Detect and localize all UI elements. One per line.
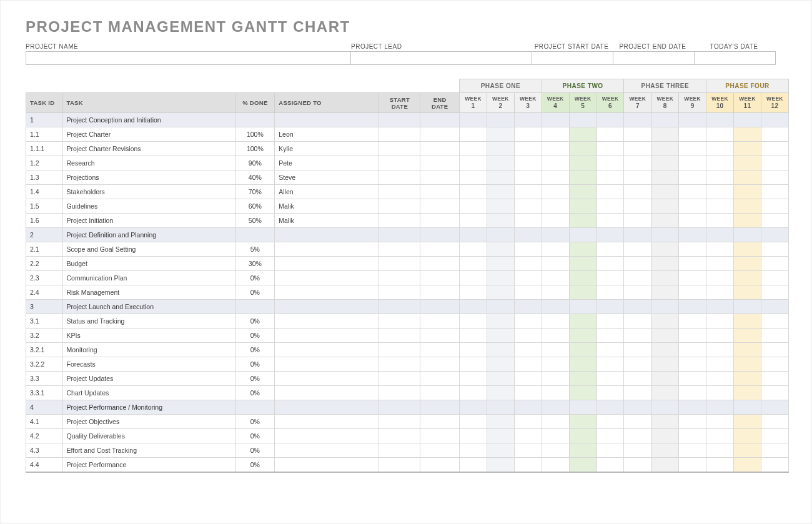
cell-week-8[interactable] [651,185,679,199]
cell-task-id[interactable]: 1.6 [26,214,63,228]
cell-week-6[interactable] [597,156,624,171]
cell-week-7[interactable] [624,329,651,343]
cell-pct-done[interactable]: 100% [235,127,275,142]
cell-week-12[interactable] [761,429,788,443]
cell-week-6[interactable] [597,185,624,199]
cell-pct-done[interactable]: 50% [235,214,275,228]
cell-task-name[interactable]: Project Conception and Initiation [62,113,235,127]
cell-week-7[interactable] [624,242,651,257]
cell-start-date[interactable] [379,271,420,285]
cell-end-date[interactable] [420,228,460,242]
table-row[interactable]: 1.1Project Charter100%Leon [26,127,789,142]
cell-week-10[interactable] [706,156,734,171]
cell-week-6[interactable] [597,257,624,271]
cell-week-3[interactable] [514,257,542,271]
cell-start-date[interactable] [379,214,420,228]
cell-end-date[interactable] [420,429,460,443]
table-row[interactable]: 4.1Project Objectives0% [26,415,789,429]
cell-week-8[interactable] [651,300,679,314]
cell-week-8[interactable] [651,142,679,156]
cell-week-9[interactable] [679,257,706,271]
cell-week-3[interactable] [514,343,542,357]
cell-week-12[interactable] [761,199,788,214]
cell-start-date[interactable] [379,228,420,242]
cell-week-9[interactable] [679,271,706,285]
cell-week-2[interactable] [487,314,514,329]
cell-end-date[interactable] [420,271,460,285]
cell-week-12[interactable] [761,214,788,228]
cell-week-8[interactable] [651,386,679,400]
cell-week-10[interactable] [706,228,734,242]
cell-week-9[interactable] [679,386,706,400]
cell-week-7[interactable] [624,429,651,443]
cell-week-7[interactable] [624,271,651,285]
cell-assigned-to[interactable] [275,400,379,415]
cell-week-12[interactable] [761,113,788,127]
cell-week-4[interactable] [542,343,569,357]
cell-end-date[interactable] [420,199,460,214]
cell-pct-done[interactable]: 0% [235,285,275,300]
cell-task-id[interactable]: 3.3.1 [26,386,63,400]
cell-week-3[interactable] [514,415,542,429]
cell-week-12[interactable] [761,127,788,142]
cell-week-8[interactable] [651,242,679,257]
table-row[interactable]: 1.5Guidelines60%Malik [26,199,789,214]
cell-week-1[interactable] [460,372,487,386]
cell-week-4[interactable] [542,171,569,185]
cell-week-5[interactable] [569,415,597,429]
cell-end-date[interactable] [420,400,460,415]
cell-task-id[interactable]: 1 [26,113,63,127]
cell-week-11[interactable] [734,400,761,415]
cell-week-2[interactable] [487,300,514,314]
cell-end-date[interactable] [420,156,460,171]
cell-assigned-to[interactable] [275,386,379,400]
cell-week-9[interactable] [679,343,706,357]
cell-week-11[interactable] [734,113,761,127]
cell-week-11[interactable] [734,429,761,443]
cell-week-5[interactable] [569,372,597,386]
cell-start-date[interactable] [379,400,420,415]
cell-week-4[interactable] [542,113,569,127]
table-row[interactable]: 4.3Effort and Cost Tracking0% [26,443,789,458]
cell-week-1[interactable] [460,199,487,214]
cell-end-date[interactable] [420,113,460,127]
cell-week-3[interactable] [514,242,542,257]
cell-week-1[interactable] [460,214,487,228]
cell-week-2[interactable] [487,458,514,472]
cell-week-5[interactable] [569,185,597,199]
cell-week-11[interactable] [734,185,761,199]
cell-assigned-to[interactable] [275,257,379,271]
cell-week-8[interactable] [651,400,679,415]
cell-week-1[interactable] [460,171,487,185]
cell-week-10[interactable] [706,285,734,300]
table-row[interactable]: 2.2Budget30% [26,257,789,271]
cell-end-date[interactable] [420,314,460,329]
cell-week-11[interactable] [734,415,761,429]
cell-assigned-to[interactable] [275,443,379,458]
cell-start-date[interactable] [379,257,420,271]
cell-assigned-to[interactable]: Malik [275,214,379,228]
table-row[interactable]: 3.3Project Updates0% [26,372,789,386]
cell-week-10[interactable] [706,386,734,400]
cell-week-3[interactable] [514,329,542,343]
cell-pct-done[interactable] [235,113,275,127]
cell-pct-done[interactable]: 0% [235,372,275,386]
cell-week-8[interactable] [651,199,679,214]
table-row[interactable]: 1.1.1Project Charter Revisions100%Kylie [26,142,789,156]
cell-task-id[interactable]: 3.2.2 [26,357,63,372]
cell-week-6[interactable] [597,443,624,458]
cell-week-4[interactable] [542,357,569,372]
cell-pct-done[interactable]: 30% [235,257,275,271]
cell-week-5[interactable] [569,214,597,228]
cell-week-6[interactable] [597,329,624,343]
table-row[interactable]: 1.4Stakeholders70%Allen [26,185,789,199]
cell-week-10[interactable] [706,329,734,343]
cell-week-7[interactable] [624,142,651,156]
cell-week-4[interactable] [542,257,569,271]
cell-week-5[interactable] [569,271,597,285]
cell-week-6[interactable] [597,314,624,329]
cell-week-9[interactable] [679,185,706,199]
cell-task-id[interactable]: 1.2 [26,156,63,171]
cell-task-id[interactable]: 1.1 [26,127,63,142]
cell-week-9[interactable] [679,300,706,314]
